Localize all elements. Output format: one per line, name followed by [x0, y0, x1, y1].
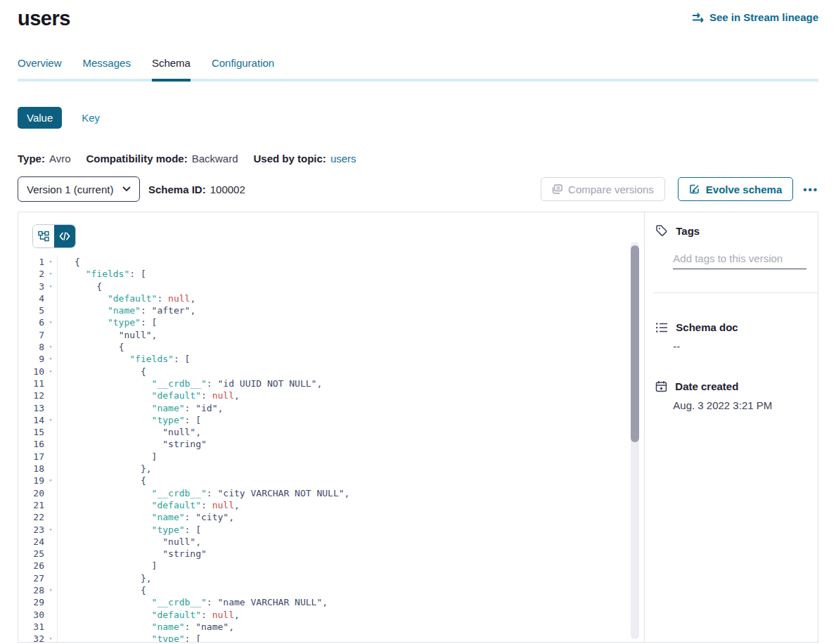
code-text: "fields": [: [57, 353, 644, 365]
code-line: 4 "default": null,: [18, 292, 644, 304]
code-text: {: [57, 475, 644, 487]
tags-input[interactable]: [673, 252, 806, 269]
code-text: "name": "name",: [57, 621, 644, 633]
version-select-value: Version 1 (current): [27, 183, 113, 195]
schema-code-pane: 1▾{2▾ "fields": [3▾ {4 "default": null,5…: [18, 212, 644, 642]
schema-meta-row: Type:AvroCompatibility mode:BackwardUsed…: [18, 153, 818, 165]
code-text: "name": "id",: [57, 402, 644, 414]
code-line: 5 "name": "after",: [18, 304, 644, 316]
code-text: "fields": [: [57, 268, 644, 280]
line-number: 8: [18, 341, 44, 353]
line-number: 13: [18, 402, 44, 414]
fold-spacer: [44, 329, 57, 341]
code-text: {: [57, 341, 644, 353]
key-value-toggle: Value Key: [18, 107, 818, 129]
code-line: 6▾ "type": [: [18, 316, 644, 328]
code-text: "null",: [57, 426, 644, 438]
tab-configuration[interactable]: Configuration: [212, 57, 274, 79]
tree-view-button[interactable]: [33, 225, 54, 247]
fold-spacer: [44, 463, 57, 475]
key-toggle-button[interactable]: Key: [82, 112, 100, 124]
code-text: "name": "city",: [57, 511, 644, 523]
code-scrollbar-thumb[interactable]: [631, 245, 639, 442]
line-number: 25: [18, 548, 44, 560]
fold-spacer: [44, 572, 57, 584]
code-view-icon: [59, 232, 70, 240]
fold-toggle-icon[interactable]: ▾: [44, 341, 57, 353]
fold-toggle-icon[interactable]: ▾: [44, 281, 57, 292]
code-text: "default": null,: [57, 292, 644, 304]
code-line: 23▾ "type": [: [18, 524, 644, 536]
fold-spacer: [44, 304, 57, 316]
line-number: 15: [18, 426, 44, 438]
fold-toggle-icon[interactable]: ▾: [44, 256, 57, 268]
fold-toggle-icon[interactable]: ▾: [44, 268, 57, 280]
fold-spacer: [44, 426, 57, 438]
code-view-button[interactable]: [54, 225, 75, 247]
line-number: 19: [18, 475, 44, 487]
code-text: "default": null,: [57, 609, 644, 621]
fold-spacer: [44, 511, 57, 523]
code-line: 7 "null",: [18, 329, 644, 341]
fold-toggle-icon[interactable]: ▾: [44, 584, 57, 596]
tab-bar: OverviewMessagesSchemaConfiguration: [18, 57, 818, 79]
fold-toggle-icon[interactable]: ▾: [44, 366, 57, 378]
stream-lineage-link[interactable]: See in Stream lineage: [692, 11, 818, 23]
more-options-button[interactable]: •••: [803, 183, 818, 195]
code-line: 24 "null",: [18, 536, 644, 548]
schema-page: users See in Stream lineage OverviewMess…: [0, 0, 836, 644]
code-text: "default": null,: [57, 389, 644, 401]
code-text: {: [57, 281, 644, 292]
stream-lineage-label: See in Stream lineage: [709, 11, 818, 23]
evolve-schema-button[interactable]: Evolve schema: [678, 177, 793, 201]
code-line: 27 },: [18, 572, 644, 584]
page-title: users: [18, 7, 70, 30]
code-scrollbar-track[interactable]: [631, 242, 639, 639]
fold-toggle-icon[interactable]: ▾: [44, 475, 57, 487]
tree-view-icon: [38, 231, 49, 242]
code-line: 8▾ {: [18, 341, 644, 353]
fold-toggle-icon[interactable]: ▾: [44, 524, 57, 536]
code-text: {: [57, 256, 644, 268]
code-text: "default": null,: [57, 499, 644, 511]
tab-overview[interactable]: Overview: [18, 57, 62, 79]
value-toggle-button[interactable]: Value: [18, 107, 62, 129]
doc-list-icon: [655, 322, 668, 333]
active-tab-indicator: [152, 79, 191, 82]
fold-toggle-icon[interactable]: ▾: [44, 353, 57, 365]
compare-versions-button[interactable]: Compare versions: [541, 177, 665, 201]
line-number: 5: [18, 304, 44, 316]
line-number: 10: [18, 366, 44, 378]
line-number: 29: [18, 596, 44, 608]
code-line: 17 ]: [18, 451, 644, 463]
edit-icon: [689, 183, 700, 195]
code-line: 3▾ {: [18, 281, 644, 292]
fold-spacer: [44, 292, 57, 304]
code-line: 9▾ "fields": [: [18, 353, 644, 365]
versions-icon: [552, 184, 562, 195]
fold-toggle-icon[interactable]: ▾: [44, 414, 57, 426]
code-line: 30 "default": null,: [18, 609, 644, 621]
schema-id-value: 100002: [210, 183, 245, 195]
line-number: 11: [18, 378, 44, 389]
code-line: 13 "name": "id",: [18, 402, 644, 414]
calendar-plus-icon: [655, 380, 667, 392]
code-line: 28▾ {: [18, 584, 644, 596]
line-number: 28: [18, 584, 44, 596]
fold-spacer: [44, 487, 57, 499]
version-select[interactable]: Version 1 (current): [18, 176, 140, 202]
code-line: 10▾ {: [18, 366, 644, 378]
line-number: 24: [18, 536, 44, 548]
meta-item: Used by topic:users: [254, 153, 356, 165]
code-text: },: [57, 463, 644, 475]
tab-messages[interactable]: Messages: [83, 57, 131, 79]
tab-schema[interactable]: Schema: [152, 57, 191, 79]
meta-label: Used by topic:: [254, 153, 326, 165]
fold-toggle-icon[interactable]: ▾: [44, 633, 57, 642]
code-text: },: [57, 572, 644, 584]
meta-value-link[interactable]: users: [330, 153, 356, 165]
fold-spacer: [44, 621, 57, 633]
tags-section-header: Tags: [645, 224, 818, 237]
fold-toggle-icon[interactable]: ▾: [44, 316, 57, 328]
fold-spacer: [44, 596, 57, 608]
